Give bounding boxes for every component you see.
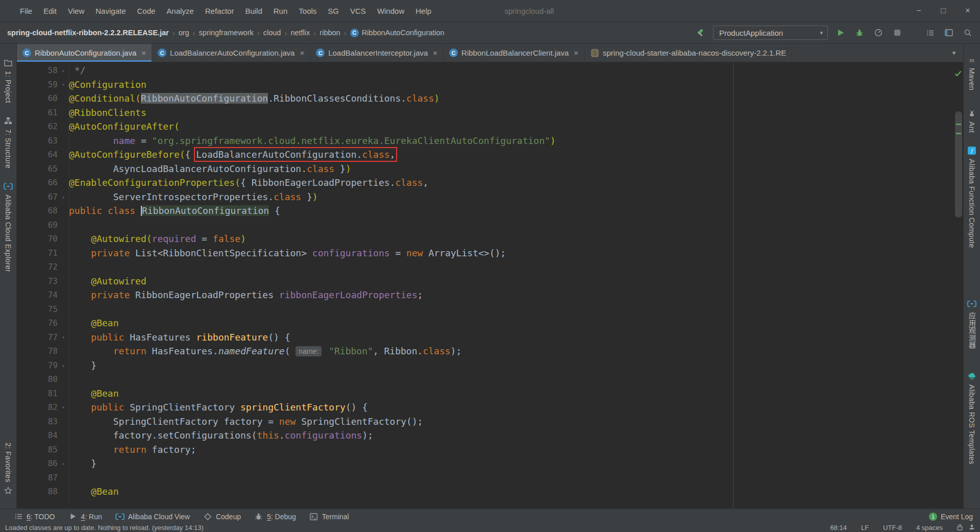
line-number[interactable]: 68 — [17, 204, 58, 218]
menu-item-run[interactable]: Run — [268, 0, 293, 21]
minimize-button[interactable]: − — [906, 0, 931, 21]
code-editor[interactable]: 58▴ */59▾@Configuration60@Conditional(Ri… — [17, 62, 963, 509]
tool-window-button-maven[interactable]: mMaven — [967, 55, 976, 90]
line-number[interactable]: 69 — [17, 218, 58, 232]
event-log-button[interactable]: 1 Event Log — [929, 513, 973, 521]
code-text[interactable]: ServerIntrospectorProperties.class }) — [69, 190, 318, 204]
close-icon[interactable]: × — [300, 49, 304, 57]
line-separator[interactable]: LF — [861, 524, 869, 532]
tool-window-button-4-run[interactable]: 4: Run — [62, 509, 109, 524]
fold-marker-icon[interactable]: ▾ — [58, 78, 69, 92]
line-number[interactable]: 88 — [17, 485, 58, 499]
breadcrumb-item[interactable]: netflix — [290, 29, 310, 37]
line-number[interactable]: 81 — [17, 386, 58, 401]
fold-marker-icon[interactable]: ▾ — [58, 400, 69, 415]
tool-window-button-terminal[interactable]: Terminal — [303, 509, 356, 524]
code-text[interactable]: factory.setConfigurations(this.configura… — [69, 428, 373, 443]
line-number[interactable]: 79 — [17, 358, 58, 373]
tool-window-button-codeup[interactable]: Codeup — [197, 509, 248, 524]
code-text[interactable]: public SpringClientFactory springClientF… — [69, 400, 368, 415]
tool-window-button-7-structure[interactable]: 7: Structure — [4, 116, 13, 168]
tool-window-button-alibaba-ros-templates[interactable]: Alibaba ROS Templates — [967, 372, 976, 465]
code-text[interactable]: private List<RibbonClientSpecification> … — [69, 246, 506, 260]
code-text[interactable]: public class RibbonAutoConfiguration { — [69, 204, 280, 218]
fold-marker-icon[interactable]: ▴ — [58, 456, 69, 471]
stop-button[interactable] — [891, 27, 903, 39]
tool-window-button-5-debug[interactable]: 5: Debug — [248, 509, 303, 524]
menu-item-refactor[interactable]: Refactor — [200, 0, 240, 21]
fold-marker-icon[interactable]: ▾ — [58, 330, 69, 345]
menu-item-vcs[interactable]: VCS — [345, 0, 372, 21]
line-number[interactable]: 59 — [17, 78, 58, 92]
menu-item-file[interactable]: File — [14, 0, 38, 21]
line-number[interactable]: 58 — [17, 63, 58, 78]
line-number[interactable]: 62 — [17, 119, 58, 134]
code-text[interactable]: public HasFeatures ribbonFeature() { — [69, 330, 290, 345]
maximize-button[interactable]: □ — [931, 0, 955, 21]
tab-loadbalancerautoconfiguration-java[interactable]: CLoadBalancerAutoConfiguration.java× — [152, 44, 310, 62]
menu-item-view[interactable]: View — [62, 0, 90, 21]
code-text[interactable]: @Configuration — [69, 78, 146, 92]
inspections-ok-icon[interactable] — [954, 66, 962, 81]
build-hammer-icon[interactable] — [694, 27, 706, 39]
tab-spring-cloud-starter-alibaba-nacos-discovery-2-2-1-re[interactable]: spring-cloud-starter-alibaba-nacos-disco… — [584, 44, 792, 62]
breadcrumb-item[interactable]: org — [179, 29, 189, 37]
close-icon[interactable]: × — [433, 49, 437, 57]
line-number[interactable]: 65 — [17, 162, 58, 176]
tool-window-button-alibaba-cloud-explorer[interactable]: Alibaba Cloud Explorer — [4, 182, 13, 272]
line-number[interactable]: 76 — [17, 316, 58, 330]
line-number[interactable]: 73 — [17, 274, 58, 288]
code-text[interactable]: name = "org.springframework.cloud.netfli… — [69, 134, 556, 148]
line-number[interactable]: 84 — [17, 428, 58, 443]
menu-item-navigate[interactable]: Navigate — [90, 0, 131, 21]
fold-marker-icon[interactable]: ▴ — [58, 358, 69, 373]
code-text[interactable]: @EnableConfigurationProperties({ RibbonE… — [69, 176, 428, 190]
line-number[interactable]: 87 — [17, 471, 58, 485]
code-text[interactable]: AsyncLoadBalancerAutoConfiguration.class… — [69, 162, 351, 176]
code-text[interactable]: @Autowired(required = false) — [69, 232, 246, 246]
menu-item-help[interactable]: Help — [410, 0, 437, 21]
menu-item-window[interactable]: Window — [372, 0, 410, 21]
fold-marker-icon[interactable]: ▴ — [58, 190, 69, 204]
breadcrumb-item[interactable]: CRibbonAutoConfiguration — [350, 29, 445, 37]
line-number[interactable]: 83 — [17, 415, 58, 429]
tool-window-button-6-todo[interactable]: 6: TODO — [7, 509, 62, 524]
breadcrumb-item[interactable]: spring-cloud-netflix-ribbon-2.2.2.RELEAS… — [7, 29, 169, 37]
tool-window-button-alibaba-cloud-view[interactable]: Alibaba Cloud View — [109, 509, 197, 524]
line-number[interactable]: 78 — [17, 344, 58, 358]
line-number[interactable]: 77 — [17, 330, 58, 345]
profiler-button[interactable] — [872, 27, 885, 39]
code-text[interactable]: */ — [69, 63, 86, 78]
caret-position[interactable]: 68:14 — [830, 524, 847, 532]
line-number[interactable]: 67 — [17, 190, 58, 204]
line-number[interactable]: 74 — [17, 288, 58, 302]
tool-window-button-应用观测器[interactable]: 应用观测器 — [967, 299, 977, 349]
code-text[interactable]: @Conditional(RibbonAutoConfiguration.Rib… — [69, 91, 439, 106]
line-number[interactable]: 71 — [17, 246, 58, 260]
tab-loadbalancerinterceptor-java[interactable]: CLoadBalancerInterceptor.java× — [310, 44, 444, 62]
menu-item-sg[interactable]: SG — [322, 0, 345, 21]
close-button[interactable]: × — [955, 0, 980, 21]
code-text[interactable]: @Bean — [69, 485, 119, 499]
line-number[interactable]: 60 — [17, 91, 58, 106]
error-stripe[interactable] — [953, 62, 963, 509]
debug-button[interactable] — [853, 27, 866, 39]
line-number[interactable]: 75 — [17, 302, 58, 317]
tool-window-button-alibaba-function-compute[interactable]: fAlibaba Function Compute — [967, 146, 976, 248]
line-number[interactable]: 80 — [17, 372, 58, 386]
code-text[interactable]: } — [69, 358, 96, 373]
code-text[interactable]: SpringClientFactory factory = new Spring… — [69, 415, 423, 429]
line-number[interactable]: 61 — [17, 106, 58, 120]
line-number[interactable]: 66 — [17, 176, 58, 190]
close-icon[interactable]: × — [574, 49, 578, 57]
line-number[interactable]: 64 — [17, 148, 58, 162]
inspections-profile-icon[interactable] — [969, 524, 975, 532]
tab-ribbonloadbalancerclient-java[interactable]: CRibbonLoadBalancerClient.java× — [444, 44, 584, 62]
tab-ribbonautoconfiguration-java[interactable]: CRibbonAutoConfiguration.java× — [17, 44, 152, 62]
menu-item-analyze[interactable]: Analyze — [161, 0, 199, 21]
tab-overflow-chevron-icon[interactable]: ▾ — [945, 44, 963, 62]
close-icon[interactable]: × — [141, 49, 146, 57]
tool-window-button-ant[interactable]: Ant — [967, 109, 976, 133]
run-configuration-select[interactable]: ProductApplication ▾ — [713, 26, 828, 40]
code-text[interactable]: @Bean — [69, 316, 119, 330]
